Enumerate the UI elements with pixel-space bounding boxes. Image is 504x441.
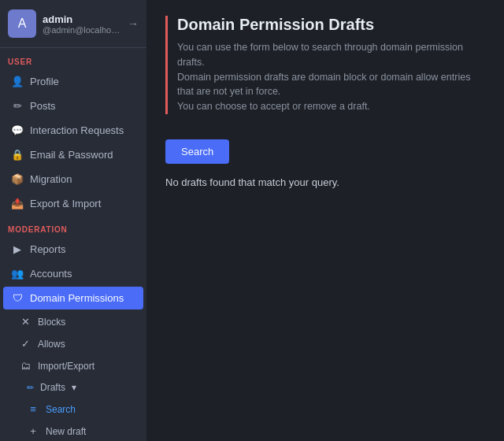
sidebar-item-label: Allows <box>38 339 65 350</box>
sidebar-item-label: New draft <box>46 426 86 437</box>
sidebar-item-label: Accounts <box>30 268 72 280</box>
sidebar-item-blocks[interactable]: ✕ Blocks <box>11 311 143 332</box>
sidebar-item-domain-permissions[interactable]: 🛡 Domain Permissions <box>3 287 143 309</box>
user-info: admin @admin@localhost:8... <box>43 13 121 35</box>
domain-permissions-subnav: ✕ Blocks ✓ Allows 🗂 Import/Export ✏ Draf… <box>8 310 146 441</box>
export-icon: 📤 <box>11 198 24 209</box>
new-draft-icon: + <box>27 425 39 437</box>
sidebar-item-migration[interactable]: 📦 Migration <box>3 168 143 191</box>
sidebar-item-label: Migration <box>30 173 72 185</box>
drafts-subnav: ≡ Search + New draft <box>16 398 146 441</box>
interaction-icon: 💬 <box>11 124 24 136</box>
sidebar-item-label: Domain Permissions <box>30 292 124 304</box>
search-list-icon: ≡ <box>27 403 39 415</box>
page-description-3: You can choose to accept or remove a dra… <box>177 99 485 114</box>
logout-icon[interactable]: → <box>128 17 139 30</box>
sidebar-item-accounts[interactable]: 👥 Accounts <box>3 262 143 285</box>
drafts-label: Drafts <box>40 382 65 393</box>
import-export-icon: 🗂 <box>19 360 32 372</box>
section-label-user: USER <box>0 48 146 69</box>
sidebar-item-label: Posts <box>30 100 56 112</box>
sidebar-item-email-password[interactable]: 🔒 Email & Password <box>3 143 143 166</box>
sidebar: A admin @admin@localhost:8... → USER 👤 P… <box>0 0 146 441</box>
sidebar-item-export-import[interactable]: 📤 Export & Import <box>3 192 143 215</box>
search-button[interactable]: Search <box>165 139 229 164</box>
sidebar-item-label: Profile <box>30 76 59 87</box>
sidebar-item-profile[interactable]: 👤 Profile <box>3 70 143 93</box>
avatar: A <box>8 9 36 38</box>
allows-icon: ✓ <box>19 338 32 350</box>
sidebar-item-label: Reports <box>30 243 66 255</box>
drafts-icon: ✏ <box>27 383 34 393</box>
accounts-icon: 👥 <box>11 268 24 280</box>
sidebar-item-drafts[interactable]: ✏ Drafts ▾ <box>19 377 143 398</box>
sidebar-item-allows[interactable]: ✓ Allows <box>11 333 143 354</box>
sidebar-item-label: Email & Password <box>30 149 113 161</box>
user-header: A admin @admin@localhost:8... → <box>0 0 146 48</box>
page-title-bar: Domain Permission Drafts You can use the… <box>165 16 485 114</box>
lock-icon: 🔒 <box>11 149 24 161</box>
no-results-message: No drafts found that match your query. <box>165 176 485 188</box>
sidebar-item-interaction-requests[interactable]: 💬 Interaction Requests <box>3 119 143 142</box>
posts-icon: ✏ <box>11 100 24 112</box>
sidebar-item-import-export[interactable]: 🗂 Import/Export <box>11 355 143 376</box>
sidebar-item-label: Blocks <box>38 317 65 328</box>
user-name: admin <box>43 13 121 25</box>
reports-icon: ▶ <box>11 243 24 255</box>
page-container: Domain Permission Drafts You can use the… <box>146 0 504 204</box>
sidebar-item-posts[interactable]: ✏ Posts <box>3 94 143 117</box>
sidebar-item-label: Interaction Requests <box>30 124 124 136</box>
sidebar-item-label: Export & Import <box>30 198 101 209</box>
sidebar-item-reports[interactable]: ▶ Reports <box>3 238 143 261</box>
user-handle: @admin@localhost:8... <box>43 25 121 35</box>
migration-icon: 📦 <box>11 173 24 185</box>
drafts-chevron: ▾ <box>72 382 76 393</box>
sidebar-item-search[interactable]: ≡ Search <box>19 398 143 420</box>
main-content: Domain Permission Drafts You can use the… <box>146 0 504 441</box>
page-description-1: You can use the form below to search thr… <box>177 40 485 70</box>
sidebar-item-label: Search <box>46 404 76 415</box>
blocks-icon: ✕ <box>19 316 32 328</box>
domain-permissions-icon: 🛡 <box>11 292 24 304</box>
section-label-moderation: MODERATION <box>0 216 146 237</box>
page-title: Domain Permission Drafts <box>177 16 485 34</box>
page-description-2: Domain permission drafts are domain bloc… <box>177 70 485 100</box>
sidebar-item-label: Import/Export <box>38 361 94 372</box>
sidebar-item-new-draft[interactable]: + New draft <box>19 421 143 441</box>
profile-icon: 👤 <box>11 76 24 87</box>
